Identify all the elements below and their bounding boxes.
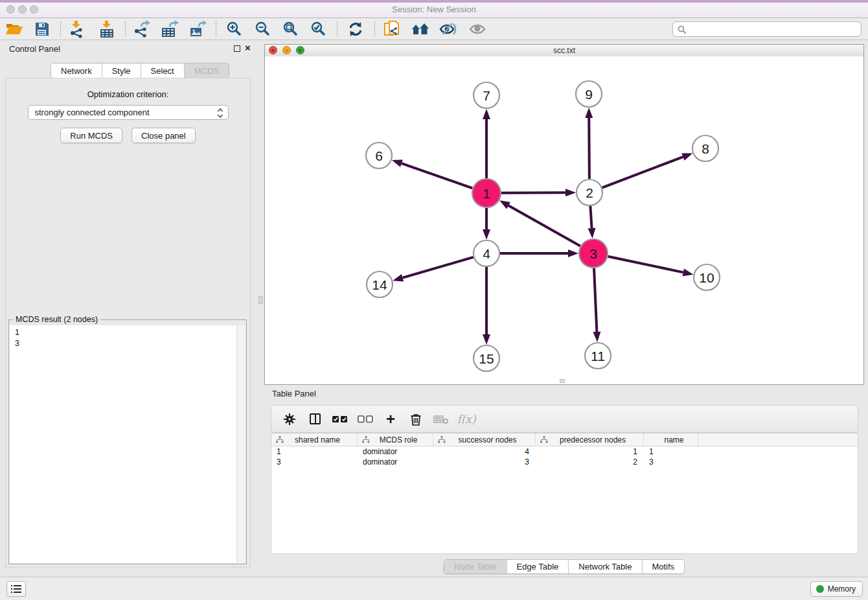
control-panel-tabs: NetworkStyleSelectMCDS <box>51 63 229 78</box>
node-label-3: 3 <box>589 246 597 261</box>
float-panel-icon[interactable] <box>234 45 240 52</box>
table-header-row: shared nameMCDS rolesuccessor nodesprede… <box>271 433 858 446</box>
toolbar-separator <box>125 21 126 37</box>
tab-edge-table[interactable]: Edge Table <box>506 560 568 573</box>
column-header-shared-name[interactable]: shared name <box>271 433 358 446</box>
node-label-14: 14 <box>372 277 387 292</box>
toolbar-separator <box>374 21 375 37</box>
mcds-result-item[interactable]: 1 <box>10 327 246 338</box>
delete-column-icon[interactable] <box>408 411 424 427</box>
open-file-icon[interactable] <box>3 19 25 39</box>
import-network-icon[interactable] <box>65 19 87 39</box>
tab-mcds[interactable]: MCDS <box>184 63 229 78</box>
mcds-result-list[interactable]: 13 <box>10 325 246 563</box>
edge-3-11[interactable] <box>594 268 597 332</box>
deselect-all-icon[interactable] <box>358 411 373 427</box>
edge-2-9[interactable] <box>589 118 589 179</box>
column-header-MCDS-role[interactable]: MCDS role <box>358 433 433 446</box>
network-window-titlebar[interactable]: × − + scc.txt <box>265 45 863 57</box>
clone-network-icon[interactable] <box>381 19 403 39</box>
table-panel-title: Table Panel <box>272 389 316 398</box>
tab-network-table[interactable]: Network Table <box>568 560 641 573</box>
table-cell: 3 <box>644 457 698 467</box>
column-header-name[interactable]: name <box>644 433 698 446</box>
table-row[interactable]: 1dominator411 <box>271 446 858 457</box>
control-panel-header: Control Panel × <box>0 40 257 57</box>
close-panel-button[interactable]: Close panel <box>131 128 196 143</box>
export-table-icon[interactable] <box>159 19 181 39</box>
table-cell: 3 <box>433 457 536 467</box>
table-row[interactable]: 3dominator323 <box>271 457 858 467</box>
edge-3-1[interactable] <box>508 205 580 246</box>
optimization-criterion-label: Optimization criterion: <box>6 89 250 99</box>
tab-network[interactable]: Network <box>51 63 102 78</box>
edge-2-8[interactable] <box>602 157 683 187</box>
network-window: × − + scc.txt 7968124314101511 <box>264 44 864 385</box>
function-builder-icon[interactable]: f(x) <box>459 411 474 427</box>
close-panel-icon[interactable]: × <box>245 42 251 54</box>
search-field[interactable] <box>672 21 862 37</box>
export-network-icon[interactable] <box>130 19 152 39</box>
frame-resize-handle[interactable] <box>560 379 565 383</box>
chevron-up-down-icon <box>216 108 225 119</box>
task-history-button[interactable] <box>6 581 26 597</box>
criterion-dropdown-value: strongly connected component <box>35 108 150 117</box>
first-neighbors-icon[interactable] <box>409 19 431 39</box>
scrollbar-track[interactable] <box>236 325 246 563</box>
node-label-15: 15 <box>479 351 494 366</box>
zoom-fit-icon[interactable] <box>280 19 302 39</box>
edge-4-14[interactable] <box>403 257 474 278</box>
criterion-dropdown[interactable]: strongly connected component <box>28 105 229 120</box>
add-column-icon[interactable]: + <box>383 411 398 427</box>
node-label-4: 4 <box>483 246 490 261</box>
show-all-icon[interactable] <box>466 19 488 39</box>
tab-node-table[interactable]: Node Table <box>444 560 507 573</box>
save-session-icon[interactable] <box>31 19 53 39</box>
node-label-11: 11 <box>591 349 605 363</box>
export-image-icon[interactable] <box>187 19 209 39</box>
zoom-out-icon[interactable] <box>252 19 274 39</box>
tab-motifs[interactable]: Motifs <box>641 560 684 573</box>
table-cell: 3 <box>271 457 358 467</box>
search-input[interactable] <box>690 23 860 37</box>
edge-3-10[interactable] <box>608 257 683 273</box>
zoom-selected-icon[interactable] <box>308 19 330 39</box>
splitter-handle[interactable] <box>258 296 263 304</box>
node-label-2: 2 <box>586 185 593 200</box>
network-window-title: scc.txt <box>265 46 863 55</box>
delete-table-icon[interactable] <box>433 411 449 427</box>
column-header-successor-nodes[interactable]: successor nodes <box>433 433 536 446</box>
node-label-6: 6 <box>375 148 383 163</box>
window-title: Session: New Session <box>0 5 868 14</box>
column-header-predecessor-nodes[interactable]: predecessor nodes <box>536 433 644 446</box>
table-cell: dominator <box>358 457 433 467</box>
mcds-result-item[interactable]: 3 <box>10 338 246 349</box>
import-table-icon[interactable] <box>96 19 118 39</box>
edge-1-2[interactable] <box>501 192 565 193</box>
settings-gear-icon[interactable] <box>282 411 297 427</box>
window-titlebar: Session: New Session <box>0 0 868 18</box>
main-toolbar <box>0 18 868 40</box>
edge-2-3[interactable] <box>590 206 591 228</box>
edge-1-6[interactable] <box>402 163 472 188</box>
memory-label: Memory <box>828 584 856 594</box>
table-cell: 1 <box>536 446 644 457</box>
table-toolbar: + f(x) <box>271 405 858 433</box>
mcds-result-title: MCDS result (2 nodes) <box>13 315 100 324</box>
network-canvas[interactable]: 7968124314101511 <box>265 56 863 384</box>
refresh-icon[interactable] <box>345 19 367 39</box>
tab-select[interactable]: Select <box>141 63 184 78</box>
toolbar-separator <box>216 21 216 37</box>
show-columns-icon[interactable] <box>307 411 323 427</box>
memory-button[interactable]: Memory <box>810 581 863 597</box>
select-all-icon[interactable] <box>332 411 348 427</box>
status-bar: Memory <box>0 577 868 600</box>
table-panel: Table Panel × + f(x) shared nameMCDS rol… <box>264 386 864 577</box>
toolbar-separator <box>337 21 337 37</box>
zoom-in-icon[interactable] <box>223 19 246 39</box>
tab-style[interactable]: Style <box>102 63 141 78</box>
table-cell: 1 <box>644 446 698 457</box>
hide-selected-icon[interactable] <box>437 19 459 39</box>
run-mcds-button[interactable]: Run MCDS <box>60 128 122 143</box>
node-table: shared nameMCDS rolesuccessor nodesprede… <box>271 433 858 554</box>
